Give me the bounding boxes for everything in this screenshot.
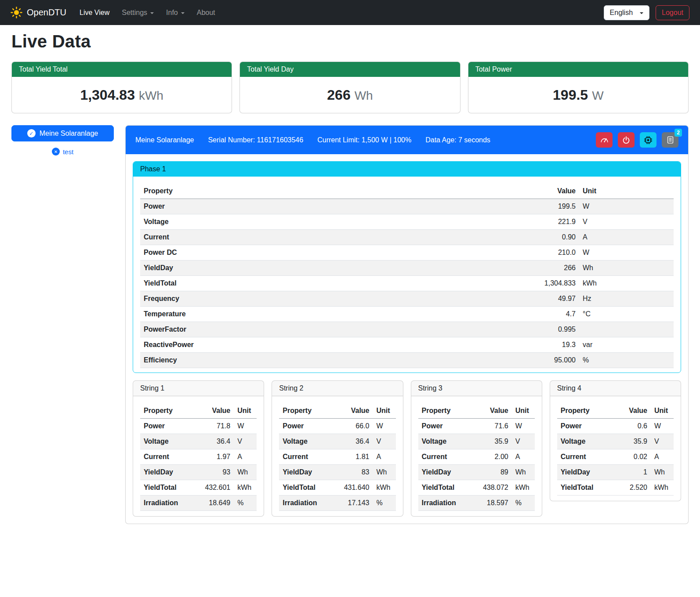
nav-item-about[interactable]: About xyxy=(191,5,221,20)
property-cell: Power xyxy=(140,419,199,434)
unit-cell: kWh xyxy=(579,276,674,291)
chevron-down-icon xyxy=(640,12,643,14)
unit-cell: A xyxy=(512,449,535,465)
nav-item-live-view[interactable]: Live View xyxy=(73,5,116,20)
nav-item-info-label: Info xyxy=(166,9,178,17)
unit-cell: Hz xyxy=(579,291,674,307)
property-cell: YieldDay xyxy=(418,465,477,480)
value-cell: 2.00 xyxy=(477,449,512,465)
phase-table-body: Power 199.5 W Voltage 221.9 V Current 0. xyxy=(140,199,674,368)
unit-cell: V xyxy=(651,434,674,449)
value-cell: 36.4 xyxy=(199,434,234,449)
value-cell: 49.97 xyxy=(522,291,579,307)
value-cell: 35.9 xyxy=(477,434,512,449)
language-select[interactable]: English xyxy=(604,5,649,20)
table-row: Voltage 35.9 V xyxy=(557,434,674,449)
gauge-icon xyxy=(600,135,609,145)
table-row: Voltage 35.9 V xyxy=(418,434,535,449)
unit-cell: W xyxy=(373,419,396,434)
property-cell: Irradiation xyxy=(279,496,337,511)
inverter-data-age: Data Age: 7 seconds xyxy=(425,136,490,144)
navbar-right: English Logout xyxy=(604,5,689,20)
summary-card-value: 199.5 xyxy=(553,87,588,103)
property-cell: Voltage xyxy=(279,434,337,449)
value-cell: 35.9 xyxy=(616,434,651,449)
brand-label: OpenDTU xyxy=(27,7,66,18)
string-table-body: Power 0.6 W Voltage 35.9 V Current xyxy=(557,419,674,496)
summary-card-unit: kWh xyxy=(139,89,163,102)
table-row: YieldDay 93 Wh xyxy=(140,465,257,480)
value-cell: 18.597 xyxy=(477,496,512,511)
string-table: Property Value Unit Power 71.6 W xyxy=(418,403,535,511)
table-row: Power 66.0 W xyxy=(279,419,395,434)
logout-button[interactable]: Logout xyxy=(656,5,689,20)
phase-card-title: Phase 1 xyxy=(133,162,681,177)
col-property: Property xyxy=(279,403,337,419)
summary-card-unit: Wh xyxy=(355,89,373,102)
limit-settings-button[interactable] xyxy=(596,132,613,148)
unit-cell: A xyxy=(651,449,674,465)
device-info-button[interactable] xyxy=(640,132,656,148)
summary-card-value: 266 xyxy=(327,87,350,103)
unit-cell: A xyxy=(373,449,396,465)
unit-cell: °C xyxy=(579,307,674,322)
strings-row: String 1 Property Value Unit xyxy=(133,380,681,517)
unit-cell: kWh xyxy=(512,480,535,496)
property-cell: YieldTotal xyxy=(557,480,616,496)
nav-item-settings[interactable]: Settings xyxy=(116,5,160,20)
property-cell: Power xyxy=(140,199,522,214)
cpu-icon xyxy=(643,135,653,145)
value-cell: 1 xyxy=(616,465,651,480)
value-cell: 210.0 xyxy=(522,245,579,261)
table-row: Voltage 36.4 V xyxy=(279,434,395,449)
journal-icon xyxy=(666,136,675,144)
table-row: Temperature 4.7 °C xyxy=(140,307,674,322)
property-cell: Power xyxy=(279,419,337,434)
table-row: YieldDay 83 Wh xyxy=(279,465,395,480)
string-card-title: String 2 xyxy=(272,381,403,396)
inverter-select-button[interactable]: ✓ Meine Solaranlage xyxy=(11,125,114,141)
unit-cell: var xyxy=(579,337,674,353)
table-row: Current 1.97 A xyxy=(140,449,257,465)
unit-cell: Wh xyxy=(373,465,396,480)
value-cell: 199.5 xyxy=(522,199,579,214)
value-cell: 1.97 xyxy=(199,449,234,465)
col-value: Value xyxy=(522,184,579,199)
table-row: Power 71.6 W xyxy=(418,419,535,434)
unit-cell: Wh xyxy=(512,465,535,480)
inverter-item-test[interactable]: ✕ test xyxy=(11,148,114,156)
property-cell: Irradiation xyxy=(418,496,477,511)
string-card-1: String 1 Property Value Unit xyxy=(133,380,264,517)
summary-card-title: Total Yield Total xyxy=(12,62,232,77)
power-button[interactable] xyxy=(618,132,635,148)
value-cell: 18.649 xyxy=(199,496,234,511)
brand-link[interactable]: OpenDTU xyxy=(11,7,66,18)
summary-card-total-yield-day: Total Yield Day 266Wh xyxy=(239,62,460,113)
table-header-row: Property Value Unit xyxy=(140,184,674,199)
table-row: Power 71.8 W xyxy=(140,419,257,434)
col-unit: Unit xyxy=(512,403,535,419)
value-cell: 17.143 xyxy=(338,496,373,511)
table-row: Power 0.6 W xyxy=(557,419,674,434)
table-row: Current 1.81 A xyxy=(279,449,395,465)
string-card-title: String 1 xyxy=(133,381,264,396)
value-cell: 89 xyxy=(477,465,512,480)
value-cell: 83 xyxy=(338,465,373,480)
inverter-select-label: Meine Solaranlage xyxy=(40,130,98,137)
property-cell: YieldDay xyxy=(140,465,199,480)
unit-cell: kWh xyxy=(234,480,257,496)
language-select-value: English xyxy=(610,9,633,17)
table-row: Voltage 36.4 V xyxy=(140,434,257,449)
table-row: Frequency 49.97 Hz xyxy=(140,291,674,307)
unit-cell: V xyxy=(512,434,535,449)
string-card-3: String 3 Property Value Unit xyxy=(411,380,542,517)
string-card-2: String 2 Property Value Unit xyxy=(272,380,403,517)
value-cell: 1,304.833 xyxy=(522,276,579,291)
summary-card-total-yield-total: Total Yield Total 1,304.83kWh xyxy=(11,62,232,113)
event-log-button[interactable]: 2 xyxy=(662,132,678,148)
nav-item-info[interactable]: Info xyxy=(160,5,191,20)
unit-cell: % xyxy=(373,496,396,511)
table-row: ReactivePower 19.3 var xyxy=(140,337,674,353)
value-cell: 36.4 xyxy=(338,434,373,449)
property-cell: YieldDay xyxy=(557,465,616,480)
